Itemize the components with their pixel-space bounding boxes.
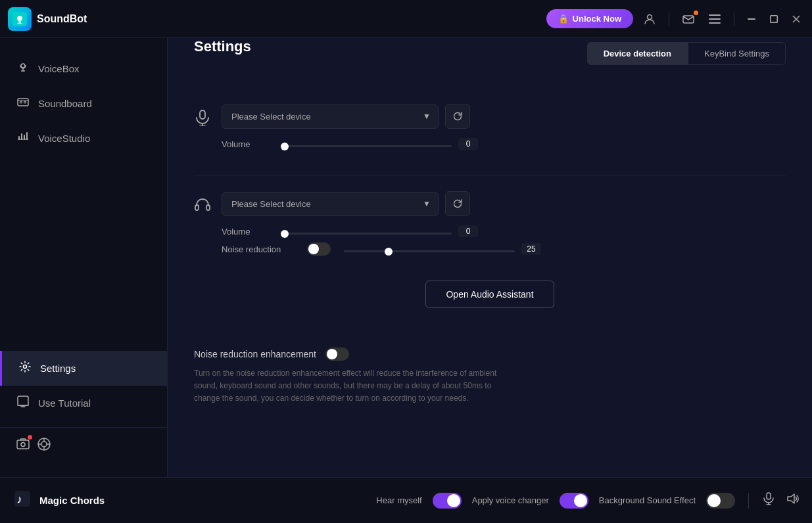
apply-voice-changer-label: Apply voice changer	[472, 495, 549, 505]
sidebar-item-voicebox-label: VoiceBox	[38, 63, 80, 74]
audio-assistant-wrap: Open Audio Assistant	[194, 281, 786, 328]
sidebar-item-settings[interactable]: Settings	[0, 351, 167, 386]
sidebar-support-button[interactable]	[37, 437, 51, 455]
noise-enhancement-section: Noise reduction enhancement Turn on the …	[194, 348, 786, 405]
microphone-volume-slider[interactable]	[281, 145, 452, 147]
microphone-bottom-icon[interactable]	[762, 492, 775, 509]
page-title: Settings	[194, 38, 251, 55]
settings-icon	[18, 360, 32, 376]
svg-point-25	[24, 365, 27, 369]
settings-tabs: Device detection KeyBind Settings	[587, 42, 786, 65]
noise-reduction-value: 25	[521, 243, 541, 255]
svg-point-17	[20, 101, 22, 103]
camera-badge	[28, 435, 32, 440]
sidebar-item-voicestudio-label: VoiceStudio	[38, 133, 90, 144]
unlock-button[interactable]: 🔒 Unlock Now	[546, 9, 633, 28]
microphone-volume-value: 0	[458, 138, 478, 150]
svg-rect-9	[748, 18, 755, 20]
page-header: Settings Device detection KeyBind Settin…	[168, 38, 812, 68]
speaker-bottom-icon[interactable]	[786, 492, 799, 509]
svg-rect-16	[18, 99, 28, 106]
noise-enhancement-label: Noise reduction enhancement	[194, 349, 316, 359]
headphone-section: Please Select device ▼ Volume	[194, 191, 786, 261]
noise-reduction-toggle[interactable]	[307, 242, 331, 256]
close-button[interactable]	[788, 12, 804, 26]
headphone-controls: Please Select device ▼ Volume	[222, 191, 786, 261]
svg-rect-38	[200, 110, 205, 119]
menu-button[interactable]	[705, 12, 725, 26]
microphone-refresh-button[interactable]	[445, 104, 470, 129]
hear-myself-toggle[interactable]	[433, 493, 462, 509]
sidebar-item-voicebox[interactable]: VoiceBox	[0, 51, 167, 86]
tutorial-icon	[16, 395, 30, 411]
svg-rect-7	[709, 18, 721, 20]
hear-myself-knob	[447, 494, 460, 507]
soundboard-icon	[16, 95, 30, 112]
apply-voice-changer-toggle[interactable]	[560, 493, 588, 509]
maximize-button[interactable]	[766, 12, 782, 26]
sidebar-item-soundboard[interactable]: Soundboard	[0, 86, 167, 121]
mail-badge	[694, 11, 698, 15]
headphone-select[interactable]: Please Select device	[222, 192, 439, 216]
microphone-volume-row: Volume 0	[222, 138, 786, 150]
noise-enhancement-toggle[interactable]	[325, 348, 349, 361]
titlebar-actions: 🔒 Unlock Now	[546, 9, 804, 28]
noise-reduction-slider[interactable]	[344, 250, 515, 252]
microphone-select[interactable]: Please Select device	[222, 104, 439, 129]
headphone-volume-slider-wrap	[281, 225, 452, 237]
mail-button[interactable]	[679, 11, 698, 28]
sidebar: VoiceBox Soundboard VoiceStudio Settings	[0, 38, 168, 477]
headphone-select-wrapper: Please Select device ▼	[222, 192, 439, 216]
headphone-volume-value: 0	[458, 225, 478, 237]
sidebar-item-soundboard-label: Soundboard	[38, 98, 92, 109]
sidebar-item-voicestudio[interactable]: VoiceStudio	[0, 121, 167, 156]
sidebar-bottom	[0, 427, 167, 464]
headphone-select-row: Please Select device ▼	[222, 191, 786, 216]
headphone-volume-label: Volume	[222, 227, 274, 237]
divider-2	[734, 12, 734, 26]
microphone-volume-label: Volume	[222, 139, 274, 149]
voicebox-icon	[16, 60, 30, 77]
microphone-select-row: Please Select device ▼	[222, 104, 786, 129]
svg-text:♪: ♪	[16, 493, 22, 506]
background-sound-effect-toggle[interactable]	[706, 493, 735, 509]
svg-rect-3	[17, 23, 22, 24]
app-logo: SoundBot	[8, 7, 87, 31]
svg-point-13	[21, 64, 25, 68]
background-sound-effect-label: Background Sound Effect	[599, 495, 696, 505]
svg-rect-45	[767, 493, 771, 499]
svg-point-18	[24, 101, 26, 103]
track-name: Magic Chords	[39, 495, 105, 506]
hear-myself-label: Hear myself	[376, 495, 421, 505]
svg-point-1	[17, 16, 22, 21]
sidebar-item-use-tutorial[interactable]: Use Tutorial	[0, 386, 167, 421]
sidebar-item-tutorial-label: Use Tutorial	[38, 398, 91, 409]
voicestudio-icon	[16, 130, 30, 147]
svg-rect-2	[18, 21, 21, 23]
noise-enhancement-toggle-knob	[327, 349, 337, 359]
headphone-volume-row: Volume 0	[222, 225, 786, 237]
section-divider-1	[194, 175, 786, 175]
headphone-refresh-button[interactable]	[445, 191, 470, 216]
svg-rect-6	[709, 14, 721, 16]
tab-device-detection[interactable]: Device detection	[587, 42, 688, 65]
minimize-button[interactable]	[744, 16, 759, 22]
headphone-icon	[194, 196, 211, 217]
sidebar-camera-button[interactable]	[16, 437, 30, 455]
bottom-controls: Hear myself Apply voice changer Backgrou…	[376, 492, 799, 509]
tab-keybind-settings[interactable]: KeyBind Settings	[688, 42, 786, 65]
divider-1	[669, 12, 669, 26]
svg-rect-30	[17, 440, 29, 449]
sidebar-item-settings-label: Settings	[40, 363, 76, 374]
open-audio-assistant-button[interactable]: Open Audio Assistant	[425, 281, 554, 308]
bottom-divider	[748, 493, 749, 509]
svg-rect-8	[709, 22, 721, 24]
main-layout: VoiceBox Soundboard VoiceStudio Settings	[0, 38, 812, 477]
svg-marker-48	[788, 494, 794, 503]
microphone-icon	[194, 109, 211, 130]
noise-enhancement-row: Noise reduction enhancement	[194, 348, 786, 361]
headphone-volume-slider[interactable]	[281, 233, 452, 235]
apply-voice-changer-knob	[574, 494, 587, 507]
app-name: SoundBot	[37, 13, 87, 25]
user-button[interactable]	[640, 11, 659, 28]
